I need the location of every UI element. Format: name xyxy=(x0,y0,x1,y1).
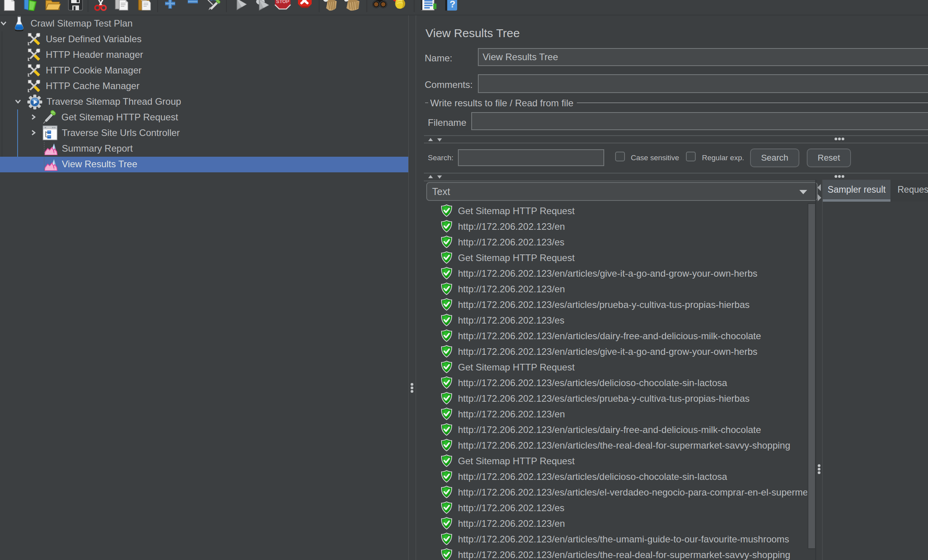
svg-text:STOP: STOP xyxy=(276,0,289,4)
svg-text:?: ? xyxy=(450,0,456,9)
